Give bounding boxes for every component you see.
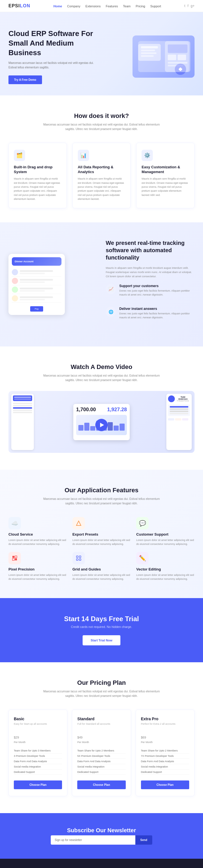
drag-icon: 🗂️ [14, 150, 25, 161]
feature-card-reporting: 📊 All Data Reporting & Analytics Mauris … [73, 143, 131, 208]
pricing-card-extrapro: Extra Pro Perfect for Extra 2 all accoun… [136, 710, 195, 797]
tag-1 [168, 418, 174, 421]
nav-home[interactable]: Home [53, 4, 62, 8]
feat2-title-3: Pixel Precision [8, 567, 67, 571]
plan-feature-1-4: Dedicated Support [77, 770, 125, 775]
pricing-subtitle: Maecenas accumsan lacus vel facilisis vo… [42, 689, 161, 698]
svg-rect-8 [178, 55, 186, 60]
choose-plan-basic[interactable]: Choose Plan [14, 780, 62, 789]
hero-section: Cloud ERP Software For Small And Medium … [0, 12, 203, 95]
nav-features[interactable]: Features [106, 4, 118, 8]
mock-row-1 [12, 268, 61, 277]
mock-avatar-4 [12, 295, 18, 302]
feature-title-0: Built-in Drag and drop System [14, 165, 61, 175]
plan-price-value-1: $49 [77, 736, 82, 739]
mock-line-4a [20, 297, 53, 298]
svg-rect-6 [168, 44, 187, 53]
mock-avatar-3 [12, 286, 18, 293]
support-icon-1: 📈 [106, 284, 116, 294]
video-right-panel: Todd Anderson 4 Shared Forms [166, 394, 192, 450]
svg-rect-1 [141, 46, 158, 49]
tracking-desc: Mauris in aliquam sem fringilla ut morbi… [106, 266, 195, 279]
mock-pay-button: Pay [30, 306, 43, 312]
plan-name-2: Extra Pro [141, 717, 189, 721]
feat2-pixel-precision: Pixel Precision Lorem ipsum dolor sit am… [8, 552, 67, 581]
vector-editing-icon: ✏️ [136, 552, 149, 564]
mock-line-3b [20, 290, 45, 291]
social-links: t f g+ [184, 4, 195, 8]
nav-team[interactable]: Team [123, 4, 130, 8]
twitter-link[interactable]: t [184, 4, 185, 8]
how-title: How does it work? [8, 112, 195, 120]
how-subtitle: Maecenas accumsan lacus vel facilisis vo… [42, 122, 161, 131]
feat2-cloud-service: ☁️ Cloud Service Lorem ipsum dolor sit a… [8, 517, 67, 546]
feature-card-drag: 🗂️ Built-in Drag and drop System Mauris … [8, 143, 67, 208]
mock-app: Dinner Account [8, 254, 65, 315]
hero-description: Maecenas accumsan lacus vel facilisis vo… [8, 61, 99, 70]
mock-app-header: Dinner Account [12, 257, 61, 266]
right-card [168, 404, 190, 416]
chart-area [76, 415, 127, 435]
feature-card-customization: ⚙️ Easy Customization & Management Mauri… [136, 143, 195, 208]
left-bar-1 [14, 397, 31, 398]
newsletter-send-button[interactable]: Send [135, 835, 152, 845]
plan-features-0: Team Share for Upto 3 Members 3 Premium … [14, 748, 62, 775]
feat2-vector-editing: ✏️ Vector Editing Lorem ipsum dolor sit … [136, 552, 195, 581]
feat2-grid-guides: Grid and Guides Lorem ipsum dolor sit am… [73, 552, 131, 581]
video-container: 1,700.00 1,927.28 [8, 391, 195, 453]
support-icon-2: 🌐 [106, 307, 116, 317]
mock-text-4 [20, 297, 61, 300]
hero-title: Cloud ERP Software For Small And Medium … [8, 29, 99, 57]
choose-plan-standard[interactable]: Choose Plan [77, 780, 125, 789]
person-info: Todd Anderson 4 Shared Forms [168, 396, 190, 402]
triangle-icon [76, 520, 81, 526]
plan-feature-2-3: Social media integration [141, 764, 189, 770]
mock-app-title: Dinner Account [15, 260, 33, 263]
google-link[interactable]: g+ [191, 4, 195, 8]
tracking-image: Dinner Account [8, 254, 97, 315]
bar-8 [120, 424, 125, 431]
left-panel-header [13, 396, 32, 401]
right-line-3 [170, 411, 188, 412]
svg-rect-3 [141, 52, 156, 54]
nav-company[interactable]: Company [67, 4, 80, 8]
customer-support-icon: 💬 [136, 517, 149, 529]
svg-rect-18 [12, 558, 15, 560]
svg-rect-2 [141, 50, 155, 51]
nav-extensions[interactable]: Extensions [85, 4, 101, 8]
person-avatar [168, 396, 175, 402]
newsletter-input[interactable] [51, 835, 135, 845]
person-details: Todd Anderson 4 Shared Forms [176, 396, 190, 402]
hero-cta-button[interactable]: Try A Free Demo [8, 75, 42, 84]
hero-svg [132, 35, 195, 78]
feat2-desc-5: Lorem ipsum dolor sit amet letter adipis… [136, 573, 195, 581]
choose-plan-extrapro[interactable]: Choose Plan [141, 780, 189, 789]
feat2-customer-support: 💬 Customer Support Lorem ipsum dolor sit… [136, 517, 195, 546]
support-content-2: Deliver instant answers Donec nec justo … [119, 307, 195, 325]
svg-rect-9 [168, 62, 187, 64]
nav-support[interactable]: Support [150, 4, 161, 8]
feat2-title-5: Vector Editing [136, 567, 195, 571]
feat2-desc-4: Lorem ipsum dolor sit amet letter adipis… [73, 573, 131, 581]
app-features-subtitle: Maecenas accumsan lacus vel facilisis vo… [42, 497, 161, 506]
support-desc-2: Donec nec justo eget felis facilisis fer… [119, 312, 195, 319]
mock-text-3 [20, 288, 61, 291]
facebook-link[interactable]: f [187, 4, 188, 8]
stat-1: 1,700.00 [76, 407, 96, 413]
play-button[interactable] [95, 419, 108, 431]
mock-avatar-2 [12, 278, 18, 284]
pricing-title: Our Pricing Plan [8, 679, 195, 686]
left-item-1 [13, 403, 32, 404]
cta-button[interactable]: Start Trial Now [83, 635, 120, 645]
plan-feature-2-2: Data Form And Data Analysis [141, 759, 189, 764]
plan-feature-0-1: 3 Premium Developer Tools [14, 753, 62, 759]
newsletter-section: Subscribe Our Newsletter Send [0, 813, 203, 859]
stat-1-value: 1,700.00 [76, 407, 96, 413]
mock-row-2 [12, 277, 61, 285]
right-tags [168, 418, 190, 421]
hero-text: Cloud ERP Software For Small And Medium … [8, 29, 99, 84]
cloud-service-icon: ☁️ [8, 517, 21, 529]
nav-pricing[interactable]: Pricing [136, 4, 145, 8]
svg-point-11 [175, 64, 186, 75]
grid-guides-icon [73, 552, 85, 564]
